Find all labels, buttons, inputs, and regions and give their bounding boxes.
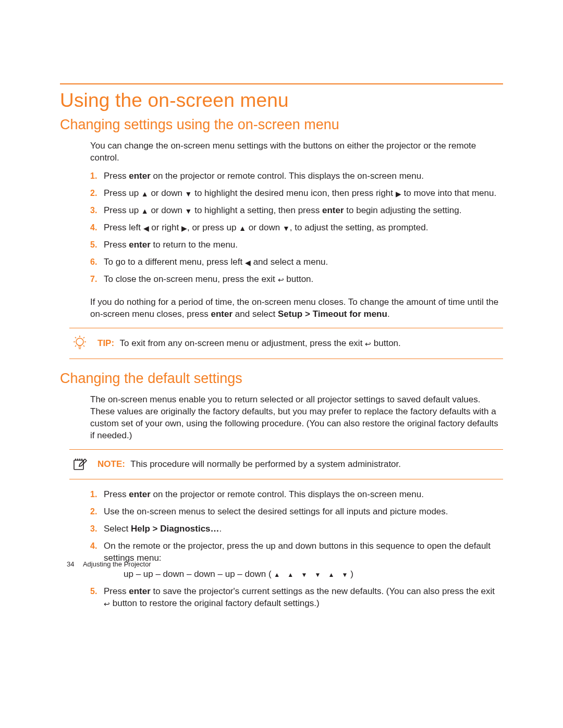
note-callout-wrap: NOTE: This procedure will normally be pe…: [69, 449, 503, 479]
step-item: 4. On the remote or the projector, press…: [90, 540, 503, 586]
down-icon: ▼: [185, 207, 192, 215]
step-text: Press left ◀ or right ▶, or press up ▲ o…: [104, 223, 428, 232]
step-number: 2.: [90, 506, 97, 517]
up-icon: ▲: [328, 572, 335, 578]
note-callout: NOTE: This procedure will normally be pe…: [69, 449, 503, 479]
down-icon: ▼: [283, 225, 290, 232]
note-icon: [69, 456, 90, 473]
step-number: 5.: [90, 586, 97, 597]
notepad-icon: [71, 456, 88, 473]
lightbulb-icon: [71, 335, 89, 352]
step-number: 3.: [90, 205, 97, 216]
down-icon: ▼: [314, 572, 321, 578]
step-number: 6.: [90, 256, 97, 268]
step-number: 7.: [90, 274, 97, 285]
section1-steps: 1. Press enter on the projector or remot…: [90, 170, 503, 291]
step-number: 3.: [90, 523, 97, 535]
section2-intro: The on-screen menus enable you to return…: [90, 394, 503, 442]
right-icon: ▶: [396, 190, 401, 198]
left-icon: ◀: [245, 259, 251, 266]
step4-sequence: up – up – down – down – up – down ( ▲ ▲ …: [124, 569, 503, 581]
tip-label: TIP:: [97, 338, 114, 348]
step-item: 2. Use the on-screen menus to select the…: [90, 506, 503, 523]
back-icon: ↩: [365, 340, 371, 348]
step-text: Press enter on the projector or remote c…: [104, 171, 424, 181]
step-number: 1.: [90, 489, 97, 500]
step-text: Press enter on the projector or remote c…: [104, 489, 424, 499]
step-text: On the remote or the projector, press th…: [104, 541, 491, 563]
step-text: Use the on-screen menus to select the de…: [104, 507, 448, 516]
tip-text: TIP: To exit from any on-screen menu or …: [97, 338, 401, 349]
down-icon: ▼: [301, 572, 307, 578]
step-text: Press up ▲ or down ▼ to highlight a sett…: [104, 205, 461, 215]
section1-intro: You can change the on-screen menu settin…: [90, 140, 503, 164]
step-item: 3. Press up ▲ or down ▼ to highlight a s…: [90, 205, 503, 222]
down-icon: ▼: [185, 190, 192, 198]
step-text: Press enter to return to the menu.: [104, 240, 238, 250]
section2-body: The on-screen menus enable you to return…: [90, 394, 503, 442]
step-number: 2.: [90, 188, 97, 199]
step-number: 5.: [90, 239, 97, 251]
section1-title: Changing settings using the on-screen me…: [60, 117, 503, 133]
up-icon: ▲: [274, 572, 280, 578]
page-title: Using the on-screen menu: [60, 90, 503, 112]
up-icon: ▲: [287, 572, 293, 578]
up-icon: ▲: [239, 225, 246, 232]
step-number: 4.: [90, 222, 97, 233]
step-item: 3. Select Help > Diagnostics….: [90, 523, 503, 540]
step-number: 4.: [90, 540, 97, 552]
section2-title: Changing the default settings: [60, 371, 503, 387]
up-icon: ▲: [141, 207, 149, 215]
step-number: 1.: [90, 170, 97, 182]
step-item: 6. To go to a different menu, press left…: [90, 256, 503, 274]
note-label: NOTE:: [97, 459, 125, 469]
back-icon: ↩: [278, 276, 284, 283]
step-text: To go to a different menu, press left ◀ …: [104, 257, 328, 267]
down-icon: ▼: [342, 572, 348, 578]
tip-callout: TIP: To exit from any on-screen menu or …: [69, 328, 503, 359]
section1-body: You can change the on-screen menu settin…: [90, 140, 503, 320]
top-rule: [60, 83, 503, 84]
tip-icon: [69, 335, 90, 352]
content-area: Using the on-screen menu Changing settin…: [60, 83, 503, 621]
step-item: 4. Press left ◀ or right ▶, or press up …: [90, 222, 503, 239]
section2-steps-block: 1. Press enter on the projector or remot…: [90, 489, 503, 615]
tip-callout-wrap: TIP: To exit from any on-screen menu or …: [69, 328, 503, 359]
step-text: To close the on-screen menu, press the e…: [104, 274, 313, 284]
left-icon: ◀: [143, 225, 149, 232]
step-item: 7. To close the on-screen menu, press th…: [90, 274, 503, 291]
note-text: NOTE: This procedure will normally be pe…: [97, 459, 401, 470]
step-text: Press up ▲ or down ▼ to highlight the de…: [104, 188, 496, 198]
page-number: 34: [67, 560, 81, 568]
back-icon: ↩: [104, 600, 110, 608]
step-item: 2. Press up ▲ or down ▼ to highlight the…: [90, 188, 503, 205]
up-icon: ▲: [141, 190, 149, 198]
section2-steps: 1. Press enter on the projector or remot…: [90, 489, 503, 615]
step-text: Select Help > Diagnostics….: [104, 524, 222, 534]
page: Using the on-screen menu Changing settin…: [0, 0, 563, 728]
right-icon: ▶: [181, 225, 187, 232]
step-item: 1. Press enter on the projector or remot…: [90, 489, 503, 506]
page-footer: 34 Adjusting the Projector: [67, 560, 151, 568]
step-text: Press enter to save the projector's curr…: [104, 586, 495, 608]
step-item: 1. Press enter on the projector or remot…: [90, 170, 503, 188]
step-item: 5. Press enter to save the projector's c…: [90, 586, 503, 615]
svg-point-0: [76, 338, 83, 346]
section1-after: If you do nothing for a period of time, …: [90, 297, 503, 320]
running-head: Adjusting the Projector: [83, 560, 151, 568]
step-item: 5. Press enter to return to the menu.: [90, 239, 503, 256]
